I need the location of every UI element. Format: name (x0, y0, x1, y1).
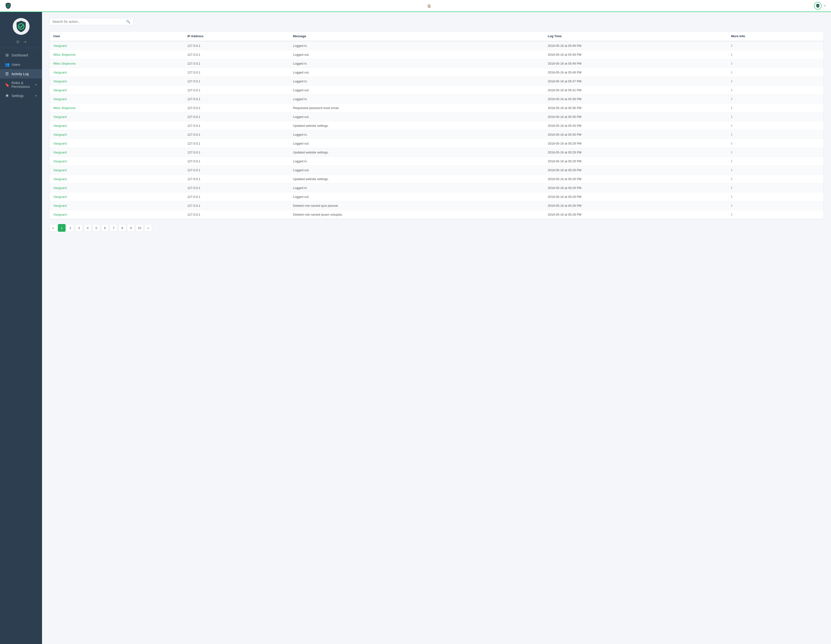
user-link[interactable]: Vanguard (53, 115, 67, 119)
sidebar-item-users[interactable]: 👥Users (0, 60, 42, 69)
sidebar-settings-icon[interactable]: ⚙ (16, 40, 19, 44)
cell-ip: 127.0.0.1 (183, 95, 289, 103)
info-icon[interactable]: ℹ (731, 62, 732, 65)
cell-log-time: 2018-05-16 at 05:49 PM (544, 41, 727, 50)
sidebar-item-settings[interactable]: ✱Settings▼ (0, 91, 42, 100)
info-icon[interactable]: ℹ (731, 213, 732, 216)
user-link[interactable]: Milos Stojanovic (53, 53, 76, 56)
pagination-page-8[interactable]: 8 (118, 224, 126, 232)
info-icon[interactable]: ℹ (731, 70, 732, 74)
pagination-page-5[interactable]: 5 (92, 224, 100, 232)
cell-user: Vanguard (49, 183, 183, 192)
cell-message: Logged out. (289, 86, 544, 95)
cell-user: Vanguard (49, 112, 183, 121)
user-link[interactable]: Vanguard (53, 204, 67, 207)
info-icon[interactable]: ℹ (731, 124, 732, 127)
user-link[interactable]: Vanguard (53, 177, 67, 181)
pagination-page-3[interactable]: 3 (75, 224, 83, 232)
sidebar-item-dashboard[interactable]: ⊞Dashboard (0, 51, 42, 60)
breadcrumb-home-icon[interactable]: 🏠 (427, 4, 431, 8)
user-link[interactable]: Vanguard (53, 195, 67, 199)
table-row: Milos Stojanovic127.0.0.1Logged out.2018… (49, 50, 823, 59)
pagination-page-10[interactable]: 10 (136, 224, 143, 232)
user-link[interactable]: Vanguard (53, 213, 67, 216)
info-icon[interactable]: ℹ (731, 150, 732, 154)
user-link[interactable]: Vanguard (53, 133, 67, 137)
info-icon[interactable]: ℹ (731, 52, 732, 56)
cell-more-info: ℹ (727, 166, 823, 175)
pagination-next[interactable]: » (144, 224, 152, 232)
pagination-page-6[interactable]: 6 (101, 224, 109, 232)
cell-log-time: 2018-05-16 at 05:29 PM (544, 183, 727, 192)
cell-message: Logged out. (289, 166, 544, 175)
cell-user: Milos Stojanovic (49, 50, 183, 59)
user-link[interactable]: Vanguard (53, 44, 67, 48)
cell-log-time: 2018-05-16 at 05:29 PM (544, 175, 727, 183)
info-icon[interactable]: ℹ (731, 88, 732, 92)
info-icon[interactable]: ℹ (731, 204, 732, 207)
user-link[interactable]: Vanguard (53, 142, 67, 145)
table-row: Vanguard127.0.0.1Logged in.2018-05-16 at… (49, 77, 823, 86)
info-icon[interactable]: ℹ (731, 132, 732, 137)
user-link[interactable]: Vanguard (53, 71, 67, 74)
sidebar-logout-icon[interactable]: ⇥ (23, 40, 26, 44)
user-link[interactable]: Vanguard (53, 151, 67, 154)
cell-log-time: 2018-05-16 at 05:29 PM (544, 157, 727, 166)
table-row: Vanguard127.0.0.1Updated website setting… (49, 148, 823, 157)
info-icon[interactable]: ℹ (731, 186, 732, 190)
chevron-icon: ▼ (35, 94, 37, 97)
cell-more-info: ℹ (727, 112, 823, 121)
user-link[interactable]: Vanguard (53, 88, 67, 92)
user-link[interactable]: Vanguard (53, 169, 67, 172)
sidebar-profile: ⚙ ⇥ (0, 12, 42, 48)
table-row: Milos Stojanovic127.0.0.1Requested passw… (49, 103, 823, 112)
cell-user: Vanguard (49, 68, 183, 77)
pagination-page-1[interactable]: 1 (58, 224, 65, 232)
user-link[interactable]: Vanguard (53, 97, 67, 101)
cell-log-time: 2018-05-16 at 05:29 PM (544, 166, 727, 175)
user-link[interactable]: Vanguard (53, 80, 67, 83)
info-icon[interactable]: ℹ (731, 142, 732, 145)
pagination-page-7[interactable]: 7 (110, 224, 118, 232)
info-icon[interactable]: ℹ (731, 106, 732, 110)
user-link[interactable]: Vanguard (53, 159, 67, 163)
info-icon[interactable]: ℹ (731, 159, 732, 163)
pagination-page-4[interactable]: 4 (84, 224, 91, 232)
pagination-page-9[interactable]: 9 (127, 224, 135, 232)
cell-user: Vanguard (49, 148, 183, 157)
info-icon[interactable]: ℹ (731, 168, 732, 172)
cell-message: Logged out. (289, 112, 544, 121)
cell-more-info: ℹ (727, 103, 823, 112)
info-icon[interactable]: ℹ (731, 44, 732, 48)
user-link[interactable]: Milos Stojanovic (53, 106, 76, 110)
cell-message: Logged out. (289, 192, 544, 201)
cell-log-time: 2018-05-16 at 05:33 PM (544, 121, 727, 130)
table-row: Vanguard127.0.0.1Logged out.2018-05-16 a… (49, 166, 823, 175)
pagination-page-2[interactable]: 2 (67, 224, 74, 232)
cell-ip: 127.0.0.1 (183, 68, 289, 77)
user-link[interactable]: Vanguard (53, 124, 67, 127)
cell-user: Vanguard (49, 210, 183, 219)
pagination-prev[interactable]: « (49, 224, 57, 232)
sidebar-item-roles[interactable]: 🔖Roles & Permissions▼ (0, 78, 42, 91)
table-row: Vanguard127.0.0.1Logged in.2018-05-16 at… (49, 130, 823, 139)
cell-more-info: ℹ (727, 77, 823, 86)
cell-user: Vanguard (49, 121, 183, 130)
info-icon[interactable]: ℹ (731, 115, 732, 119)
cell-ip: 127.0.0.1 (183, 50, 289, 59)
info-icon[interactable]: ℹ (731, 195, 732, 199)
sidebar-item-activity-log[interactable]: ☰Activity Log (0, 69, 42, 78)
info-icon[interactable]: ℹ (731, 177, 732, 181)
table-row: Vanguard127.0.0.1Logged out.2018-05-16 a… (49, 86, 823, 95)
topbar-avatar[interactable] (814, 2, 821, 10)
cell-message: Logged in. (289, 130, 544, 139)
info-icon[interactable]: ℹ (731, 79, 732, 83)
col-user: User (49, 32, 183, 41)
cell-more-info: ℹ (727, 68, 823, 77)
info-icon[interactable]: ℹ (731, 97, 732, 101)
search-input[interactable] (53, 20, 126, 24)
topbar-dropdown-icon[interactable]: ▼ (823, 4, 826, 7)
user-link[interactable]: Milos Stojanovic (53, 62, 76, 65)
col-more-info: More Info (727, 32, 823, 41)
user-link[interactable]: Vanguard (53, 186, 67, 190)
